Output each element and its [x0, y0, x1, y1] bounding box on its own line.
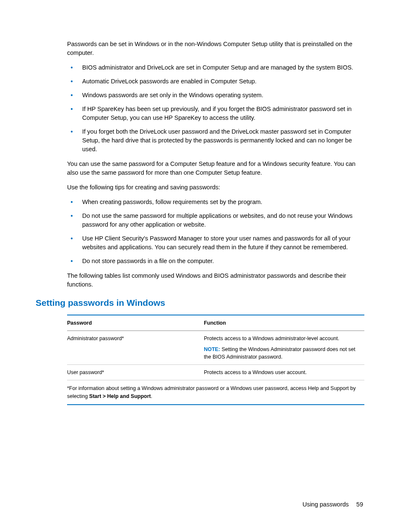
table-cell-password: User password*	[67, 365, 204, 380]
table-cell-password: Administrator password*	[67, 331, 204, 364]
footnote-bold: Start > Help and Support	[89, 393, 151, 399]
bullet-list-1: BIOS administrator and DriveLock are set…	[67, 63, 364, 154]
table-row: User password* Protects access to a Wind…	[67, 365, 364, 380]
bullet-item: If you forget both the DriveLock user pa…	[67, 127, 364, 154]
footer-title: Using passwords	[302, 501, 348, 508]
table-header-function: Function	[204, 315, 364, 331]
passwords-table: Password Function Administrator password…	[67, 315, 364, 405]
table-cell-function: Protects access to a Windows user accoun…	[204, 365, 364, 380]
section-heading: Setting passwords in Windows	[36, 297, 364, 309]
bullet-item: BIOS administrator and DriveLock are set…	[67, 63, 364, 72]
bullet-item: If HP SpareKey has been set up previousl…	[67, 105, 364, 122]
bullet-item: When creating passwords, follow requirem…	[67, 198, 364, 207]
table-row: Administrator password* Protects access …	[67, 331, 364, 364]
function-text: Protects access to a Windows administrat…	[204, 336, 339, 341]
paragraph-3: Use the following tips for creating and …	[67, 183, 364, 192]
intro-paragraph: Passwords can be set in Windows or in th…	[67, 40, 364, 57]
bullet-item: Use HP Client Security's Password Manage…	[67, 234, 364, 252]
table-footnote: *For information about setting a Windows…	[67, 380, 364, 405]
bullet-item: Do not store passwords in a file on the …	[67, 257, 364, 266]
note-label: NOTE:	[204, 346, 220, 352]
paragraph-4: The following tables list commonly used …	[67, 271, 364, 289]
bullet-item: Automatic DriveLock passwords are enable…	[67, 77, 364, 86]
footer-page-number: 59	[356, 501, 363, 508]
bullet-item: Windows passwords are set only in the Wi…	[67, 91, 364, 100]
note-text: Setting the Windows Administrator passwo…	[204, 346, 355, 360]
bullet-list-2: When creating passwords, follow requirem…	[67, 198, 364, 266]
page-footer: Using passwords 59	[302, 500, 363, 509]
paragraph-2: You can use the same password for a Comp…	[67, 160, 364, 177]
footnote-post: .	[151, 393, 152, 399]
table-cell-function: Protects access to a Windows administrat…	[204, 331, 364, 364]
table-header-password: Password	[67, 315, 204, 331]
note-block: NOTE: Setting the Windows Administrator …	[204, 346, 362, 361]
bullet-item: Do not use the same password for multipl…	[67, 212, 364, 229]
